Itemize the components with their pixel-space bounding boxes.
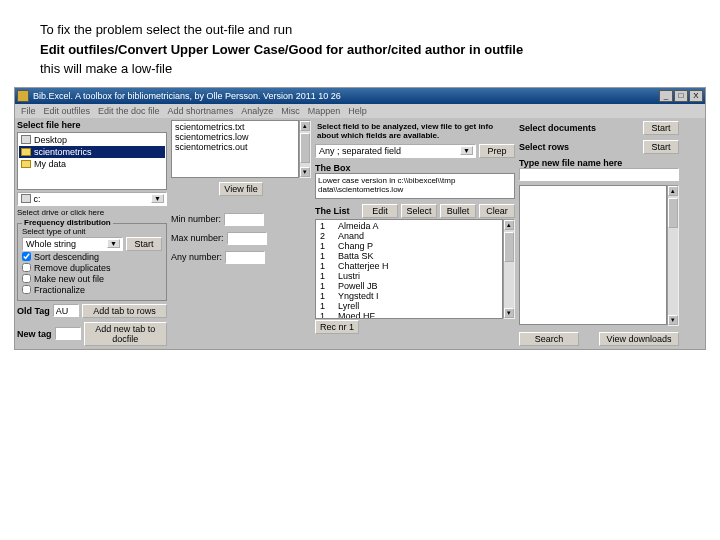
- list-item: 1Powell JB: [317, 281, 501, 291]
- folder-row: Desktop: [19, 134, 165, 146]
- prep-button[interactable]: Prep: [479, 144, 515, 158]
- freq-title: Frequency distribution: [22, 218, 113, 227]
- folder-icon: [21, 160, 31, 168]
- list-item: 1Yngstedt I: [317, 291, 501, 301]
- recnr-button[interactable]: Rec nr 1: [315, 320, 359, 334]
- max-num-input[interactable]: [227, 232, 267, 245]
- list-clear-button[interactable]: Clear: [479, 204, 515, 218]
- menu-edit-outfiles[interactable]: Edit outfiles: [44, 106, 91, 116]
- select-docs-start[interactable]: Start: [643, 121, 679, 135]
- freq-sub: Select type of unit: [22, 227, 162, 236]
- menu-edit-docfile[interactable]: Edit the doc file: [98, 106, 160, 116]
- any-num-input[interactable]: [225, 251, 265, 264]
- close-button[interactable]: X: [689, 90, 703, 102]
- file-item[interactable]: scientometrics.txt: [173, 122, 297, 132]
- list-select-button[interactable]: Select: [401, 204, 437, 218]
- list-label: The List: [315, 206, 350, 216]
- desktop-icon: [21, 135, 31, 144]
- field-select[interactable]: Any ; separated field: [315, 144, 476, 158]
- folder-tree[interactable]: Desktop scientometrics My data: [17, 132, 167, 190]
- minimize-button[interactable]: _: [659, 90, 673, 102]
- menu-add-shortnames[interactable]: Add shortnames: [168, 106, 234, 116]
- doc-instructions: To fix the problem select the out-file a…: [0, 0, 720, 87]
- old-tag-row: Old Tag Add tab to rows: [17, 304, 167, 318]
- list-item: 1Moed HF: [317, 311, 501, 319]
- right-listbox[interactable]: [519, 185, 667, 325]
- type-name-label: Type new file name here: [519, 158, 679, 168]
- list-item: 1Batta SK: [317, 251, 501, 261]
- freq-start-button[interactable]: Start: [126, 237, 162, 251]
- select-rows-start[interactable]: Start: [643, 140, 679, 154]
- folder-row: My data: [19, 158, 165, 170]
- menu-mappen[interactable]: Mappen: [308, 106, 341, 116]
- menubar: File Edit outfiles Edit the doc file Add…: [15, 104, 705, 118]
- remove-dup-check[interactable]: Remove duplicates: [22, 263, 162, 273]
- folder-icon: [21, 148, 31, 156]
- min-num-input[interactable]: [224, 213, 264, 226]
- app-window: Bib.Excel. A toolbox for bibliometrician…: [14, 87, 706, 350]
- old-tag-label: Old Tag: [17, 306, 50, 316]
- list-item: 1Chatterjee H: [317, 261, 501, 271]
- the-list[interactable]: 1Almeida A 2Anand 1Chang P 1Batta SK 1Ch…: [315, 219, 503, 319]
- frequency-group: Frequency distribution Select type of un…: [17, 223, 167, 301]
- add-tab-button[interactable]: Add tab to rows: [82, 304, 167, 318]
- box-text: Lower case version in c:\\bibexcel\\tmp …: [315, 173, 515, 199]
- menu-misc[interactable]: Misc: [281, 106, 300, 116]
- drive-select[interactable]: c:: [17, 192, 167, 206]
- window-title: Bib.Excel. A toolbox for bibliometrician…: [33, 91, 341, 101]
- min-num-label: Min number:: [171, 214, 221, 224]
- file-scrollbar[interactable]: [299, 120, 311, 178]
- titlebar: Bib.Excel. A toolbox for bibliometrician…: [15, 88, 705, 104]
- list-scrollbar[interactable]: [503, 219, 515, 319]
- new-tag-input[interactable]: [55, 327, 81, 340]
- sort-desc-check[interactable]: Sort descending: [22, 252, 162, 262]
- list-item: 1Almeida A: [317, 221, 501, 231]
- menu-help[interactable]: Help: [348, 106, 367, 116]
- doc-line-2: Edit outfiles/Convert Upper Lower Case/G…: [40, 40, 680, 60]
- list-item: 1Lyrell: [317, 301, 501, 311]
- unit-select[interactable]: Whole string: [22, 237, 123, 251]
- list-edit-button[interactable]: Edit: [362, 204, 398, 218]
- field-label: Select field to be analyzed, view file t…: [315, 120, 515, 143]
- new-tag-label: New tag: [17, 329, 52, 339]
- view-downloads-button[interactable]: View downloads: [599, 332, 679, 346]
- select-file-label: Select file here: [17, 120, 167, 130]
- add-new-tab-button[interactable]: Add new tab to docfile: [84, 322, 167, 346]
- new-filename-input[interactable]: [519, 168, 679, 181]
- list-item: 1Chang P: [317, 241, 501, 251]
- list-item: 1Lustri: [317, 271, 501, 281]
- max-num-label: Max number:: [171, 233, 224, 243]
- doc-line-1: To fix the problem select the out-file a…: [40, 20, 680, 40]
- drive-icon: [21, 194, 31, 203]
- menu-analyze[interactable]: Analyze: [241, 106, 273, 116]
- drive-note: Select drive or click here: [17, 208, 167, 217]
- make-new-check[interactable]: Make new out file: [22, 274, 162, 284]
- view-file-button[interactable]: View file: [219, 182, 262, 196]
- menu-file[interactable]: File: [21, 106, 36, 116]
- select-rows-label: Select rows: [519, 142, 640, 152]
- select-docs-label: Select documents: [519, 123, 640, 133]
- doc-line-3: this will make a low-file: [40, 59, 680, 79]
- file-list[interactable]: scientometrics.txt scientometrics.low sc…: [171, 120, 299, 178]
- file-item[interactable]: scientometrics.out: [173, 142, 297, 152]
- old-tag-input[interactable]: [53, 304, 79, 317]
- maximize-button[interactable]: □: [674, 90, 688, 102]
- file-item[interactable]: scientometrics.low: [173, 132, 297, 142]
- folder-row: scientometrics: [19, 146, 165, 158]
- any-num-label: Any number:: [171, 252, 222, 262]
- new-tag-row: New tag Add new tab to docfile: [17, 322, 167, 346]
- list-item: 2Anand: [317, 231, 501, 241]
- box-label: The Box: [315, 163, 515, 173]
- search-button[interactable]: Search: [519, 332, 579, 346]
- fractionalize-check[interactable]: Fractionalize: [22, 285, 162, 295]
- list-bullet-button[interactable]: Bullet: [440, 204, 476, 218]
- right-scrollbar[interactable]: [667, 185, 679, 326]
- app-icon: [17, 90, 29, 102]
